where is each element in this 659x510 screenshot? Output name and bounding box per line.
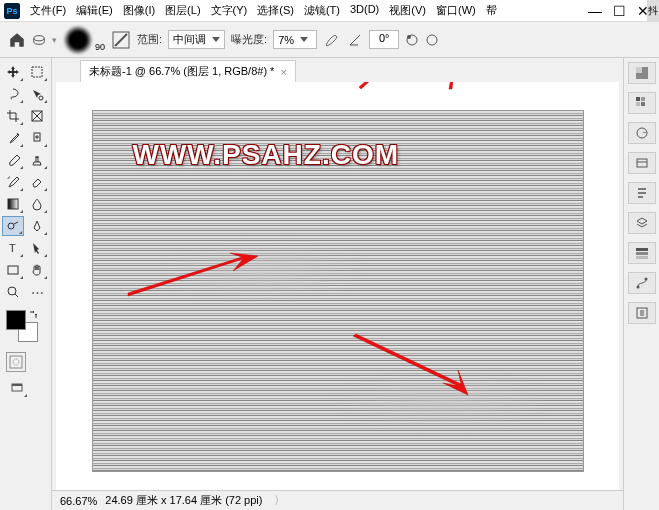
right-panel-dock [623, 58, 659, 510]
exposure-label: 曝光度: [231, 32, 267, 47]
menu-window[interactable]: 窗口(W) [432, 1, 480, 20]
color-swatches[interactable] [6, 310, 38, 342]
quick-selection-tool[interactable] [26, 84, 48, 104]
svg-rect-9 [8, 199, 18, 209]
menu-3d[interactable]: 3D(D) [346, 1, 383, 20]
hand-tool[interactable] [26, 260, 48, 280]
annotation-arrow [434, 82, 474, 94]
title-bar: Ps 文件(F) 编辑(E) 图像(I) 图层(L) 文字(Y) 选择(S) 滤… [0, 0, 659, 22]
menu-help[interactable]: 帮 [482, 1, 501, 20]
svg-point-0 [34, 35, 45, 40]
frame-tool[interactable] [26, 106, 48, 126]
maximize-button[interactable]: ☐ [613, 5, 625, 17]
svg-point-3 [407, 35, 411, 39]
workspace: T ⋯ 未标题-1 @ 66.7% (图层 1, RGB/8#) * × [0, 58, 659, 510]
pen-tool[interactable] [26, 216, 48, 236]
quick-mask-button[interactable] [6, 352, 26, 372]
swap-colors-icon[interactable] [28, 310, 38, 320]
svg-rect-25 [637, 159, 647, 167]
smudge-region [333, 371, 553, 431]
svg-rect-23 [641, 102, 645, 106]
ps-logo-icon: Ps [4, 3, 20, 19]
brush-tool[interactable] [2, 150, 24, 170]
menu-layer[interactable]: 图层(L) [161, 1, 204, 20]
svg-rect-27 [636, 252, 648, 255]
status-bar: 66.67% 24.69 厘米 x 17.64 厘米 (72 ppi) 〉 [52, 490, 623, 510]
zoom-level[interactable]: 66.67% [60, 495, 97, 507]
screen-mode-button[interactable] [6, 378, 28, 398]
menu-select[interactable]: 选择(S) [253, 1, 298, 20]
main-menu: 文件(F) 编辑(E) 图像(I) 图层(L) 文字(Y) 选择(S) 滤镜(T… [26, 1, 501, 20]
tool-preset-icon[interactable] [32, 33, 46, 47]
protect-tones-icon[interactable] [405, 33, 419, 47]
canvas-area[interactable]: WWW.PSAHZ.COM [56, 82, 619, 490]
document-tab[interactable]: 未标题-1 @ 66.7% (图层 1, RGB/8#) * × [80, 60, 296, 82]
watermark-text: WWW.PSAHZ.COM [133, 139, 400, 171]
edit-toolbar[interactable]: ⋯ [26, 282, 48, 302]
svg-rect-26 [636, 248, 648, 251]
eraser-tool[interactable] [26, 172, 48, 192]
type-tool[interactable]: T [2, 238, 24, 258]
minimize-button[interactable]: — [589, 5, 601, 17]
status-menu-icon[interactable]: 〉 [274, 493, 285, 508]
document-area: 未标题-1 @ 66.7% (图层 1, RGB/8#) * × WWW.PSA… [52, 58, 623, 510]
svg-point-4 [427, 35, 437, 45]
healing-brush-tool[interactable] [26, 128, 48, 148]
menu-image[interactable]: 图像(I) [119, 1, 159, 20]
home-icon[interactable] [8, 31, 26, 49]
angle-input[interactable]: 0° [369, 30, 399, 49]
libraries-panel-icon[interactable] [628, 152, 656, 174]
svg-point-6 [39, 96, 43, 100]
eyedropper-tool[interactable] [2, 128, 24, 148]
options-bar: ▾ 90 范围: 中间调 曝光度: 7% 0° [0, 22, 659, 58]
menu-file[interactable]: 文件(F) [26, 1, 70, 20]
svg-point-15 [13, 359, 19, 365]
marquee-tool[interactable] [26, 62, 48, 82]
smudge-region [158, 241, 366, 301]
svg-rect-21 [641, 97, 645, 101]
menu-edit[interactable]: 编辑(E) [72, 1, 117, 20]
blur-tool[interactable] [26, 194, 48, 214]
color-panel-icon[interactable] [628, 62, 656, 84]
svg-rect-28 [636, 256, 648, 259]
range-select[interactable]: 中间调 [168, 30, 225, 49]
docked-tab[interactable]: 抖 [647, 0, 659, 22]
zoom-tool[interactable] [2, 282, 24, 302]
toolbox: T ⋯ [0, 58, 52, 510]
svg-point-10 [8, 223, 14, 229]
svg-rect-5 [32, 67, 42, 77]
crop-tool[interactable] [2, 106, 24, 126]
properties-panel-icon[interactable] [628, 182, 656, 204]
document-dimensions: 24.69 厘米 x 17.64 厘米 (72 ppi) [105, 493, 262, 508]
move-tool[interactable] [2, 62, 24, 82]
close-tab-icon[interactable]: × [280, 66, 286, 78]
dodge-tool[interactable] [2, 216, 24, 236]
brush-size-label: 90 [95, 42, 105, 52]
brush-preview-icon[interactable] [63, 25, 93, 55]
menu-type[interactable]: 文字(Y) [207, 1, 252, 20]
menu-filter[interactable]: 滤镜(T) [300, 1, 344, 20]
history-panel-icon[interactable] [628, 302, 656, 324]
menu-view[interactable]: 视图(V) [385, 1, 430, 20]
path-selection-tool[interactable] [26, 238, 48, 258]
gradient-tool[interactable] [2, 194, 24, 214]
angle-icon [347, 32, 363, 48]
adjustments-panel-icon[interactable] [628, 122, 656, 144]
svg-rect-17 [12, 384, 22, 386]
rectangle-tool[interactable] [2, 260, 24, 280]
svg-rect-22 [636, 102, 640, 106]
tablet-pressure-icon[interactable] [425, 33, 439, 47]
svg-text:T: T [9, 242, 16, 254]
lasso-tool[interactable] [2, 84, 24, 104]
exposure-select[interactable]: 7% [273, 30, 317, 49]
layers-panel-icon[interactable] [628, 212, 656, 234]
swatches-panel-icon[interactable] [628, 92, 656, 114]
canvas[interactable]: WWW.PSAHZ.COM [93, 111, 583, 471]
foreground-color-swatch[interactable] [6, 310, 26, 330]
brush-panel-icon[interactable] [111, 30, 131, 50]
clone-stamp-tool[interactable] [26, 150, 48, 170]
paths-panel-icon[interactable] [628, 272, 656, 294]
history-brush-tool[interactable] [2, 172, 24, 192]
airbrush-icon[interactable] [323, 31, 341, 49]
channels-panel-icon[interactable] [628, 242, 656, 264]
